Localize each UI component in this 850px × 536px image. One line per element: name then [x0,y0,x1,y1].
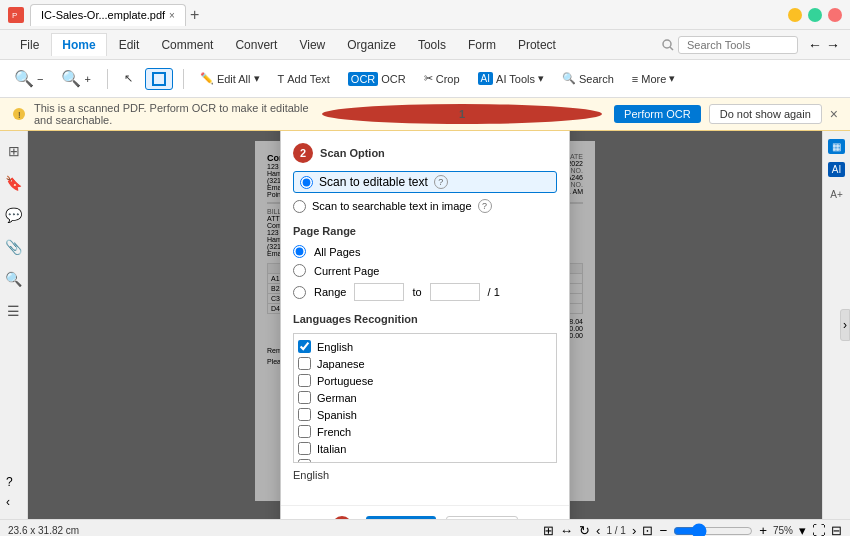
zoom-out-button[interactable]: 🔍 − [8,66,49,91]
nav-forward-button[interactable]: → [826,37,840,53]
apply-button[interactable]: Apply [366,516,436,519]
lang-spanish[interactable]: Spanish [298,406,552,423]
lang-italian-checkbox[interactable] [298,442,311,455]
right-panel-icon[interactable]: ▦ [828,139,845,154]
crop-button[interactable]: ✂ Crop [418,69,466,88]
range-radio[interactable] [293,286,306,299]
ai-tools-label: AI Tools [496,73,535,85]
ocr-button[interactable]: OCR OCR [342,69,412,89]
edit-all-button[interactable]: ✏️ Edit All ▾ [194,69,266,88]
minimize-button[interactable] [788,8,802,22]
range-to-label: to [412,286,421,298]
tab-comment[interactable]: Comment [151,34,223,56]
tab-file[interactable]: File [10,34,49,56]
sidebar-search-icon[interactable]: 🔍 [1,267,26,291]
fit-view-button[interactable]: ⊡ [642,523,653,536]
perform-ocr-button[interactable]: Perform OCR [614,105,701,123]
search-bar-icon: 🔍 [562,72,576,85]
app-icon: P [8,7,24,23]
tab-convert[interactable]: Convert [225,34,287,56]
maximize-button[interactable] [808,8,822,22]
new-tab-button[interactable]: + [190,6,199,24]
languages-section: Languages Recognition English Japanese [293,313,557,481]
tab-close-icon[interactable]: × [169,10,175,21]
tab-form[interactable]: Form [458,34,506,56]
tab-edit[interactable]: Edit [109,34,150,56]
lang-portuguese[interactable]: Portuguese [298,372,552,389]
lang-chinese-checkbox[interactable] [298,459,311,463]
sidebar-layer-icon[interactable]: ☰ [3,299,24,323]
current-page-row[interactable]: Current Page [293,264,557,277]
right-ai-icon[interactable]: AI [828,162,845,177]
rect-button[interactable] [145,68,173,90]
lang-french[interactable]: French [298,423,552,440]
scan-searchable-option[interactable]: Scan to searchable text in image ? [293,199,557,213]
lang-italian[interactable]: Italian [298,440,552,457]
fit-width-button[interactable]: ↔ [560,523,573,536]
nav-back-button[interactable]: ← [808,37,822,53]
zoom-in-status-button[interactable]: + [759,523,767,536]
lang-french-checkbox[interactable] [298,425,311,438]
zoom-dropdown-button[interactable]: ▾ [799,523,806,536]
lang-japanese[interactable]: Japanese [298,355,552,372]
search-icon [662,39,674,51]
lang-portuguese-checkbox[interactable] [298,374,311,387]
sidebar-bookmark-icon[interactable]: 🔖 [1,171,26,195]
range-from-input[interactable] [354,283,404,301]
lang-japanese-checkbox[interactable] [298,357,311,370]
zoom-out-status-button[interactable]: − [659,523,667,536]
add-text-button[interactable]: T Add Text [272,70,336,88]
ai-tools-button[interactable]: AI AI Tools ▾ [472,69,550,88]
zoom-slider[interactable] [673,523,753,537]
sidebar-comment-icon[interactable]: 💬 [1,203,26,227]
tab-protect[interactable]: Protect [508,34,566,56]
scan-searchable-help-icon[interactable]: ? [478,199,492,213]
next-page-button[interactable]: › [632,523,636,536]
language-list[interactable]: English Japanese Portuguese [293,333,557,463]
current-page-radio[interactable] [293,264,306,277]
lang-german[interactable]: German [298,389,552,406]
file-tab[interactable]: IC-Sales-Or...emplate.pdf × [30,4,186,26]
prev-page-button[interactable]: ‹ [596,523,600,536]
all-pages-row[interactable]: All Pages [293,245,557,258]
scan-editable-option[interactable]: Scan to editable text ? [293,171,557,193]
lang-chinese-label: Chinese_Traditional [317,460,414,464]
step1-badge: 1 [322,104,602,124]
tab-organize[interactable]: Organize [337,34,406,56]
right-collapse-button[interactable]: › [840,309,850,341]
range-to-input[interactable] [430,283,480,301]
page-indicator: 1 / 1 [606,525,625,536]
scan-editable-help-icon[interactable]: ? [434,175,448,189]
tab-home[interactable]: Home [51,33,106,56]
rotate-button[interactable]: ↻ [579,523,590,536]
tab-tools[interactable]: Tools [408,34,456,56]
lang-chinese[interactable]: Chinese_Traditional [298,457,552,463]
lang-german-checkbox[interactable] [298,391,311,404]
status-bar: 23.6 x 31.82 cm ⊞ ↔ ↻ ‹ 1 / 1 › ⊡ − + 75… [0,519,850,536]
scan-editable-radio[interactable] [300,176,313,189]
sidebar-arrow-icon[interactable]: ‹ [6,495,10,509]
search-button[interactable]: 🔍 Search [556,69,620,88]
fit-page-button[interactable]: ⊞ [543,523,554,536]
close-button[interactable] [828,8,842,22]
lang-english-checkbox[interactable] [298,340,311,353]
scan-searchable-radio[interactable] [293,200,306,213]
sidebar-expand-icon[interactable]: ? [6,475,13,489]
do-not-show-button[interactable]: Do not show again [709,104,822,124]
tab-view[interactable]: View [289,34,335,56]
lang-english[interactable]: English [298,338,552,355]
right-settings-icon[interactable]: A+ [826,185,847,204]
status-right: ⊞ ↔ ↻ ‹ 1 / 1 › ⊡ − + 75% ▾ ⛶ ⊟ [543,523,842,537]
more-button[interactable]: ≡ More ▾ [626,69,681,88]
zoom-in-button[interactable]: 🔍 + [55,66,96,91]
cursor-button[interactable]: ↖ [118,69,139,88]
lang-spanish-checkbox[interactable] [298,408,311,421]
ribbon-search-input[interactable] [678,36,798,54]
fullscreen-button[interactable]: ⛶ [812,523,825,536]
split-view-button[interactable]: ⊟ [831,523,842,536]
sidebar-attachment-icon[interactable]: 📎 [1,235,26,259]
sidebar-home-icon[interactable]: ⊞ [4,139,24,163]
notice-close-button[interactable]: × [830,106,838,122]
cancel-button[interactable]: Cancel [446,516,517,519]
all-pages-radio[interactable] [293,245,306,258]
